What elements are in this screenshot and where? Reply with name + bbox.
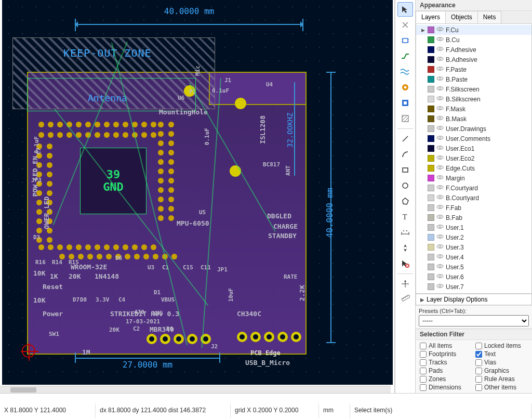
layer-row[interactable]: F.Courtyard <box>416 183 531 193</box>
tool-draw-line[interactable] <box>397 132 413 146</box>
layer-visibility-icon[interactable] <box>436 253 444 262</box>
layer-swatch[interactable] <box>428 214 434 221</box>
layer-row[interactable]: F.Paste <box>416 64 531 74</box>
layer-row[interactable]: B.Adhesive <box>416 55 531 64</box>
layer-swatch[interactable] <box>428 76 434 83</box>
layer-row[interactable]: ▶F.Cu <box>416 25 531 35</box>
layer-swatch[interactable] <box>428 36 434 43</box>
layer-swatch[interactable] <box>428 106 434 112</box>
layer-visibility-icon[interactable] <box>436 164 444 173</box>
selection-filter-checkbox[interactable] <box>475 351 482 358</box>
layer-visibility-icon[interactable] <box>436 65 444 74</box>
layer-row[interactable]: User.Eco1 <box>416 143 531 153</box>
layer-swatch[interactable] <box>428 46 434 53</box>
selection-filter-item[interactable]: Dimensions <box>420 384 472 391</box>
layer-row[interactable]: F.Fab <box>416 203 531 213</box>
tab-objects[interactable]: Objects <box>445 11 478 23</box>
layer-swatch[interactable] <box>428 66 434 73</box>
presets-select[interactable]: ----- <box>419 315 529 326</box>
layer-row[interactable]: User.Eco2 <box>416 153 531 163</box>
layer-swatch[interactable] <box>428 244 434 251</box>
layer-row[interactable]: User.7 <box>416 282 531 292</box>
selection-filter-item[interactable]: Other items <box>475 384 528 391</box>
layer-visibility-icon[interactable] <box>436 55 444 64</box>
selection-filter-item[interactable]: Text <box>475 350 528 358</box>
tool-route-track[interactable] <box>397 49 413 63</box>
selection-filter-item[interactable]: All items <box>420 342 472 349</box>
layer-row[interactable]: B.Cu <box>416 35 531 45</box>
layer-visibility-icon[interactable] <box>436 45 444 54</box>
layer-visibility-icon[interactable] <box>436 134 444 143</box>
layer-swatch[interactable] <box>428 135 434 142</box>
layer-row[interactable]: User.2 <box>416 232 531 242</box>
layer-swatch[interactable] <box>428 27 434 33</box>
status-units[interactable]: mm <box>319 403 350 418</box>
layer-swatch[interactable] <box>428 115 434 122</box>
layer-visibility-icon[interactable] <box>436 35 444 44</box>
layer-swatch[interactable] <box>428 145 434 152</box>
tab-layers[interactable]: Layers <box>416 11 446 23</box>
selection-filter-item[interactable]: Locked items <box>475 342 528 349</box>
selection-filter-item[interactable]: Vias <box>475 359 528 366</box>
layer-list[interactable]: ▶F.CuB.CuF.AdhesiveB.AdhesiveF.PasteB.Pa… <box>416 23 532 294</box>
layer-display-options-toggle[interactable]: ▶Layer Display Options <box>416 294 532 305</box>
layer-visibility-icon[interactable] <box>436 263 444 271</box>
selection-filter-item[interactable]: Pads <box>420 367 472 374</box>
layer-visibility-icon[interactable] <box>436 75 444 84</box>
layer-swatch[interactable] <box>428 194 434 201</box>
pcb-canvas[interactable]: KEEP-OUT ZONE Antenna 40.0000 mm 27.0000… <box>2 0 393 385</box>
layer-row[interactable]: B.Paste <box>416 74 531 84</box>
layer-visibility-icon[interactable] <box>436 104 444 113</box>
tool-add-rule-area[interactable] <box>397 111 413 126</box>
layer-row[interactable]: Edge.Cuts <box>416 163 531 173</box>
layer-swatch[interactable] <box>428 185 434 191</box>
selection-filter-checkbox[interactable] <box>475 368 482 374</box>
layer-visibility-icon[interactable] <box>436 124 444 133</box>
layer-swatch[interactable] <box>428 204 434 211</box>
layer-row[interactable]: B.Mask <box>416 114 531 124</box>
layer-row[interactable]: F.Mask <box>416 104 531 114</box>
tool-draw-circle[interactable] <box>397 178 413 193</box>
layer-visibility-icon[interactable] <box>436 193 444 202</box>
tool-select[interactable] <box>397 2 413 17</box>
layer-row[interactable]: User.Comments <box>416 134 531 143</box>
layer-visibility-icon[interactable] <box>436 154 444 163</box>
tool-draw-rect[interactable] <box>397 163 413 177</box>
selection-filter-checkbox[interactable] <box>475 376 482 383</box>
tool-add-dimension[interactable] <box>397 225 413 240</box>
layer-visibility-icon[interactable] <box>436 25 444 34</box>
layer-swatch[interactable] <box>428 264 434 270</box>
layer-swatch[interactable] <box>428 56 434 63</box>
selection-filter-checkbox[interactable] <box>420 351 427 358</box>
layer-swatch[interactable] <box>428 224 434 231</box>
layer-visibility-icon[interactable] <box>436 282 444 291</box>
selection-filter-checkbox[interactable] <box>420 368 427 374</box>
selection-filter-item[interactable]: Rule Areas <box>475 375 528 383</box>
tool-highlight-net[interactable] <box>397 18 413 32</box>
selection-filter-checkbox[interactable] <box>475 343 482 349</box>
layer-visibility-icon[interactable] <box>436 213 444 222</box>
tool-place-footprint[interactable] <box>397 33 413 48</box>
layer-visibility-icon[interactable] <box>436 95 444 103</box>
layer-row[interactable]: B.Fab <box>416 213 531 223</box>
layer-swatch[interactable] <box>428 96 434 102</box>
tool-route-diff-pair[interactable] <box>397 64 413 79</box>
layer-visibility-icon[interactable] <box>436 203 444 212</box>
layer-row[interactable]: User.1 <box>416 223 531 232</box>
layer-visibility-icon[interactable] <box>436 144 444 153</box>
selection-filter-item[interactable]: Footprints <box>420 350 472 358</box>
layer-swatch[interactable] <box>428 155 434 162</box>
layer-swatch[interactable] <box>428 125 434 132</box>
tool-add-zone[interactable] <box>397 96 413 110</box>
layer-row[interactable]: User.3 <box>416 242 531 252</box>
layer-row[interactable]: F.Silkscreen <box>416 84 531 94</box>
layer-visibility-icon[interactable] <box>436 174 444 182</box>
layer-row[interactable]: User.5 <box>416 262 531 272</box>
layer-swatch[interactable] <box>428 283 434 290</box>
tool-place-text[interactable]: T <box>397 210 413 224</box>
tool-measure[interactable] <box>397 292 413 307</box>
layer-visibility-icon[interactable] <box>436 243 444 252</box>
selection-filter-checkbox[interactable] <box>420 376 427 383</box>
layer-swatch[interactable] <box>428 254 434 260</box>
selection-filter-checkbox[interactable] <box>475 384 482 391</box>
